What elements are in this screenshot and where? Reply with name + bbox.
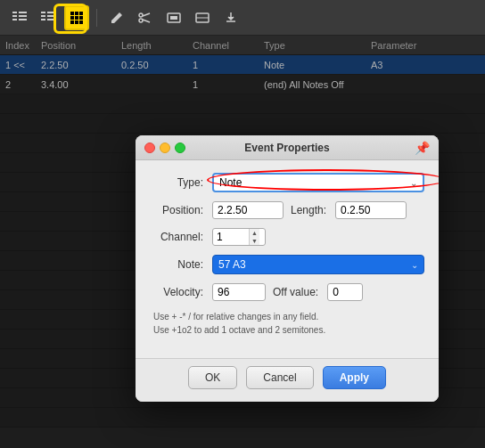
note-value: 57 A3 (218, 258, 246, 271)
svg-rect-11 (47, 19, 55, 20)
svg-rect-13 (75, 12, 78, 15)
modal-title: Event Properties (244, 142, 329, 154)
type-row: Type: Note (150, 173, 424, 192)
velocity-label: Velocity: (150, 286, 212, 298)
channel-control: ▲ ▼ (212, 228, 424, 246)
svg-point-21 (139, 13, 143, 17)
ok-button[interactable]: OK (188, 366, 237, 389)
note-label: Note: (150, 258, 212, 271)
svg-rect-7 (41, 15, 45, 17)
position-input[interactable] (212, 201, 284, 219)
svg-rect-26 (170, 16, 177, 20)
grid-view-button[interactable] (64, 5, 89, 30)
pencil-button[interactable] (104, 5, 129, 30)
length-inline-label: Length: (291, 204, 326, 216)
note-control: 57 A3 (212, 255, 424, 274)
type-control: Note (212, 173, 424, 192)
velocity-row: Velocity: Off value: (150, 283, 424, 301)
hint-line1: Use + -* / for relative changes in any f… (153, 310, 424, 323)
svg-line-23 (143, 13, 150, 16)
position-label: Position: (150, 204, 212, 216)
note-select[interactable]: 57 A3 (212, 255, 424, 274)
channel-stepper[interactable]: ▲ ▼ (212, 228, 266, 246)
svg-rect-4 (19, 15, 27, 17)
velocity-control: Off value: (212, 283, 424, 301)
hint-text: Use + -* / for relative changes in any f… (150, 310, 424, 337)
svg-rect-17 (79, 16, 83, 20)
svg-rect-16 (75, 16, 78, 20)
event-properties-modal: Event Properties 📌 Type: Note (136, 135, 439, 402)
off-value-label: Off value: (273, 286, 318, 298)
channel-row: Channel: ▲ ▼ (150, 228, 424, 246)
modal-titlebar: Event Properties 📌 (136, 135, 439, 160)
apply-button[interactable]: Apply (323, 366, 386, 389)
svg-rect-3 (19, 12, 27, 13)
svg-rect-15 (70, 16, 74, 20)
svg-line-24 (143, 20, 150, 22)
velocity-input[interactable] (212, 283, 266, 301)
type-label: Type: (150, 176, 212, 189)
svg-rect-9 (47, 12, 55, 13)
length-input[interactable] (335, 201, 407, 219)
tool1-button[interactable] (161, 5, 186, 30)
svg-rect-19 (75, 20, 78, 24)
modal-body: Type: Note Position: Length: (136, 160, 439, 358)
svg-rect-2 (12, 19, 17, 20)
list-view-1-button[interactable] (7, 5, 32, 30)
traffic-lights (144, 143, 185, 153)
channel-decrement-button[interactable]: ▼ (250, 237, 259, 245)
scissors-button[interactable] (133, 5, 158, 30)
maximize-button[interactable] (175, 143, 185, 153)
position-row: Position: Length: (150, 201, 424, 219)
svg-rect-6 (41, 12, 45, 13)
modal-footer: OK Cancel Apply (136, 358, 439, 402)
channel-increment-button[interactable]: ▲ (250, 229, 259, 237)
hint-line2: Use +1o2 to add 1 octave and 2 semitones… (153, 323, 424, 337)
position-control: Length: (212, 201, 424, 219)
tool2-button[interactable] (190, 5, 215, 30)
table-area: Index Position Length Channel Type Param… (0, 36, 485, 448)
minimize-button[interactable] (160, 143, 170, 153)
off-value-input[interactable] (327, 283, 363, 301)
svg-rect-0 (12, 12, 17, 13)
svg-rect-8 (41, 19, 45, 20)
type-select[interactable]: Note (212, 173, 424, 192)
type-value: Note (219, 176, 242, 189)
svg-rect-5 (19, 19, 27, 20)
modal-overlay: Event Properties 📌 Type: Note (0, 36, 485, 448)
close-button[interactable] (144, 143, 155, 153)
svg-rect-14 (79, 12, 83, 15)
download-button[interactable] (218, 5, 243, 30)
toolbar (0, 0, 485, 36)
svg-rect-10 (47, 15, 55, 17)
channel-stepper-arrows: ▲ ▼ (249, 229, 259, 245)
note-row: Note: 57 A3 (150, 255, 424, 274)
channel-label: Channel: (150, 231, 212, 243)
list-view-2-button[interactable] (36, 5, 61, 30)
cancel-button[interactable]: Cancel (246, 366, 313, 389)
svg-point-22 (139, 19, 143, 22)
svg-rect-20 (79, 20, 83, 24)
svg-rect-18 (70, 20, 74, 24)
svg-rect-1 (12, 15, 17, 17)
svg-rect-12 (70, 12, 74, 15)
channel-stepper-input[interactable] (213, 231, 249, 243)
pin-icon[interactable]: 📌 (415, 141, 430, 155)
toolbar-separator (96, 9, 97, 27)
